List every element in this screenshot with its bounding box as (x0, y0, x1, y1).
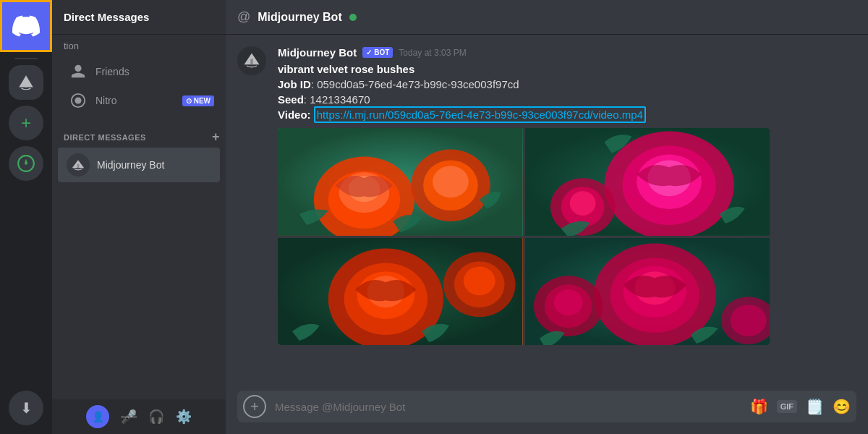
current-user-icon: 👤 (92, 411, 104, 422)
discord-home-button[interactable] (0, 0, 52, 52)
sailboat-server-icon[interactable] (9, 65, 43, 100)
prompt-text: vibrant velvet rose bushes (278, 63, 414, 75)
current-user-avatar[interactable]: 👤 (86, 405, 109, 428)
icon-bar: + ⬇ (0, 0, 52, 434)
bot-label: BOT (374, 48, 389, 56)
rose-image-tr (525, 128, 770, 236)
message-author-avatar (237, 46, 266, 75)
video-link[interactable]: https://i.mj.run/059cd0a5-76ed-4e73-b99c… (314, 106, 646, 123)
nitro-badge-icon: ⊙ (186, 97, 192, 105)
chat-header-name: Midjourney Bot (258, 11, 341, 24)
dm-nav-items: Friends Nitro ⊙ NEW (52, 54, 226, 118)
friends-nav-item[interactable]: Friends (58, 57, 220, 86)
image-cell-top-left[interactable] (278, 128, 523, 236)
image-grid (278, 128, 770, 345)
message-header: Midjourney Bot ✓ BOT Today at 3:03 PM (278, 46, 856, 59)
message-avatar-icon (242, 51, 262, 71)
dm-bottom-bar: 👤 🎤 🎧 ⚙️ (52, 399, 226, 434)
message-text: vibrant velvet rose bushes Job ID: 059cd… (278, 61, 856, 122)
plus-circle-icon: + (250, 399, 259, 415)
input-actions: 🎁 GIF 🗒️ 😊 (750, 398, 851, 415)
job-id-line: Job ID: 059cd0a5-76ed-4e73-b99c-93ce003f… (278, 77, 856, 92)
job-id-label: Job ID (278, 78, 311, 90)
download-icon: ⬇ (20, 399, 33, 417)
gif-button[interactable]: GIF (777, 400, 797, 413)
friends-label: Friends (95, 66, 129, 77)
dm-section-header: DIRECT MESSAGES + (52, 118, 226, 148)
midjourney-avatar (67, 153, 90, 176)
add-dm-button[interactable]: + (212, 129, 220, 145)
chat-input-wrapper: + 🎁 GIF 🗒️ 😊 (237, 391, 856, 422)
dm-user-midjourney[interactable]: Midjourney Bot (58, 148, 220, 182)
message-author-name: Midjourney Bot (278, 46, 357, 59)
add-server-button[interactable]: + (9, 106, 43, 140)
message-body: Midjourney Bot ✓ BOT Today at 3:03 PM vi… (278, 46, 856, 345)
rose-image-tl (278, 128, 523, 236)
dm-header: Direct Messages (52, 0, 226, 35)
midjourney-avatar-icon (70, 157, 86, 173)
dm-header-title: Direct Messages (64, 11, 149, 23)
message-item: Midjourney Bot ✓ BOT Today at 3:03 PM vi… (237, 46, 856, 345)
seed-line: Seed: 1421334670 (278, 92, 856, 107)
emoji-icon[interactable]: 😊 (833, 398, 851, 415)
svg-point-3 (75, 97, 81, 103)
compass-icon (17, 154, 35, 173)
mute-microphone-icon[interactable]: 🎤 (121, 409, 137, 425)
online-status-dot (349, 14, 357, 21)
nitro-circle-icon (70, 93, 86, 109)
midjourney-bot-name: Midjourney Bot (97, 159, 164, 171)
checkmark-icon: ✓ (366, 48, 372, 56)
icon-bar-divider (14, 58, 38, 59)
headphones-icon[interactable]: 🎧 (148, 409, 164, 425)
nitro-badge-text: NEW (194, 97, 210, 105)
gift-icon[interactable]: 🎁 (750, 398, 768, 415)
rose-image-bl (278, 238, 523, 346)
sailboat-icon (17, 73, 35, 92)
rose-image-br (525, 238, 770, 346)
friends-icon (69, 63, 87, 80)
nitro-new-badge: ⊙ NEW (182, 95, 214, 106)
explore-icon-button[interactable] (9, 146, 43, 181)
bot-badge: ✓ BOT (362, 47, 393, 58)
svg-point-11 (433, 166, 469, 197)
sticker-icon[interactable]: 🗒️ (806, 398, 824, 415)
chat-messages: Midjourney Bot ✓ BOT Today at 3:03 PM vi… (226, 35, 868, 391)
message-timestamp: Today at 3:03 PM (399, 48, 466, 58)
chat-header: @ Midjourney Bot (226, 0, 868, 35)
seed-label: Seed (278, 93, 304, 106)
image-cell-bottom-right[interactable] (525, 238, 770, 346)
dm-sidebar: Direct Messages tion Friends Nitro ⊙ (52, 0, 226, 434)
dm-section-label: DIRECT MESSAGES (64, 133, 146, 142)
nitro-label: Nitro (95, 95, 117, 106)
nitro-icon (69, 92, 87, 109)
seed-value: 1421334670 (310, 93, 370, 106)
at-symbol-icon: @ (237, 9, 250, 25)
svg-marker-1 (25, 159, 27, 166)
video-line: Video: https://i.mj.run/059cd0a5-76ed-4e… (278, 107, 856, 122)
plus-icon: + (21, 113, 31, 133)
image-cell-top-right[interactable] (525, 128, 770, 236)
message-add-button[interactable]: + (243, 395, 266, 418)
chat-input-area: + 🎁 GIF 🗒️ 😊 (226, 391, 868, 434)
settings-gear-icon[interactable]: ⚙️ (176, 409, 192, 425)
svg-point-19 (569, 191, 595, 216)
download-button[interactable]: ⬇ (9, 391, 43, 425)
svg-point-37 (730, 305, 766, 336)
video-label: Video: (278, 109, 311, 121)
chat-area: @ Midjourney Bot Midjourney Bot ✓ BOT (226, 0, 868, 434)
job-id-value: 059cd0a5-76ed-4e73-b99c-93ce003f97cd (317, 78, 519, 90)
svg-point-27 (464, 266, 495, 295)
image-cell-bottom-left[interactable] (278, 238, 523, 346)
conversation-preview: tion (58, 39, 203, 53)
discord-logo-icon (12, 12, 40, 40)
person-icon (70, 64, 86, 80)
message-input[interactable] (266, 401, 750, 413)
nitro-nav-item[interactable]: Nitro ⊙ NEW (58, 86, 220, 115)
prompt-line: vibrant velvet rose bushes (278, 61, 856, 77)
svg-point-35 (553, 289, 582, 315)
